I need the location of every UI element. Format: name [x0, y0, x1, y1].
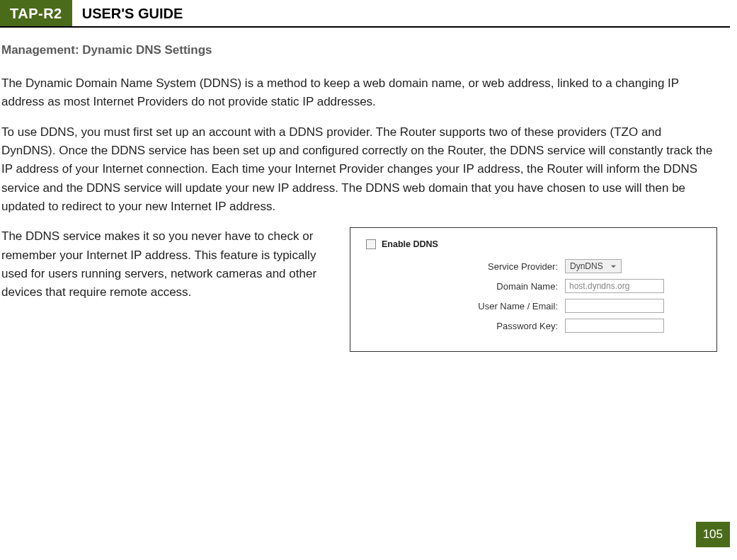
- page-content: Management: Dynamic DNS Settings The Dyn…: [0, 28, 737, 352]
- user-name-input[interactable]: [565, 299, 664, 313]
- domain-name-label: Domain Name:: [363, 281, 565, 292]
- document-header: TAP-R2 USER'S GUIDE: [0, 0, 730, 28]
- chevron-down-icon: [608, 261, 618, 271]
- password-label: Password Key:: [363, 321, 565, 331]
- service-provider-value: DynDNS: [570, 261, 603, 271]
- user-name-label: User Name / Email:: [363, 301, 565, 312]
- enable-ddns-checkbox[interactable]: [366, 239, 376, 249]
- enable-ddns-label: Enable DDNS: [382, 239, 438, 249]
- document-title: USER'S GUIDE: [72, 0, 183, 26]
- intro-paragraph-3: The DDNS service makes it so you never h…: [1, 227, 334, 302]
- section-heading: Management: Dynamic DNS Settings: [1, 43, 717, 57]
- service-provider-select[interactable]: DynDNS: [565, 259, 622, 273]
- domain-name-input[interactable]: host.dyndns.org: [565, 279, 664, 293]
- product-badge: TAP-R2: [0, 0, 72, 26]
- password-input[interactable]: [565, 319, 664, 333]
- service-provider-label: Service Provider:: [363, 261, 565, 272]
- domain-name-value: host.dyndns.org: [569, 281, 629, 291]
- ddns-settings-panel: Enable DDNS Service Provider: DynDNS Dom…: [350, 227, 717, 352]
- intro-paragraph-2: To use DDNS, you must first set up an ac…: [1, 123, 717, 217]
- intro-paragraph-1: The Dynamic Domain Name System (DDNS) is…: [1, 74, 717, 112]
- page-number: 105: [696, 522, 730, 547]
